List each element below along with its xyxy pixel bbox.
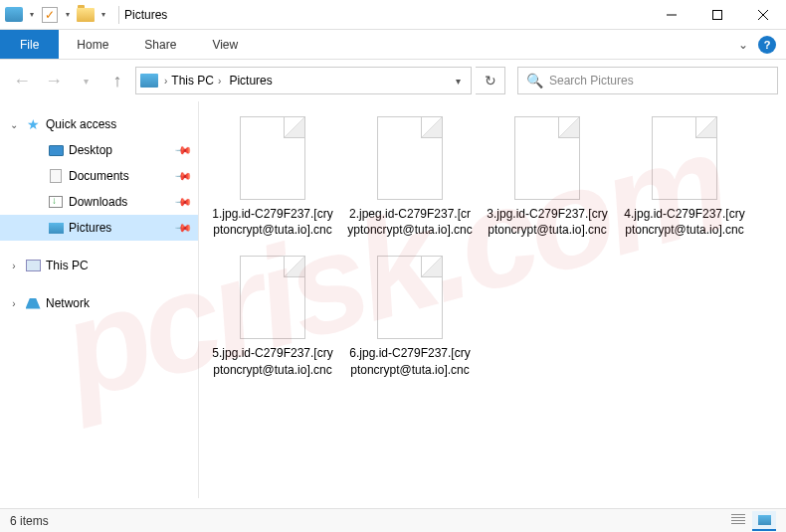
ribbon-expand-icon[interactable]: ⌄ [738,38,748,52]
details-icon [731,514,745,526]
properties-icon[interactable]: ✓ [40,5,60,25]
file-item[interactable]: 2.jpeg.id-C279F237.[cryptoncrypt@tuta.io… [346,116,474,238]
file-item[interactable]: 3.jpg.id-C279F237.[cryptoncrypt@tuta.io]… [484,116,611,238]
sidebar-item-label: Desktop [69,143,171,157]
file-icon [514,116,580,200]
chevron-right-icon[interactable]: › [8,298,20,309]
file-grid[interactable]: 1.jpg.id-C279F237.[cryptoncrypt@tuta.io]… [199,101,786,498]
quick-access-toolbar: ▾ ✓ ▾ ▾ [0,5,113,25]
chevron-right-icon[interactable]: › [218,76,221,87]
monitor-icon [48,142,64,158]
file-name: 3.jpg.id-C279F237.[cryptoncrypt@tuta.io]… [484,206,611,238]
file-icon [377,256,443,339]
file-name: 2.jpeg.id-C279F237.[cryptoncrypt@tuta.io… [346,206,474,238]
back-button[interactable]: ← [8,67,36,94]
tab-home[interactable]: Home [59,30,126,59]
pin-icon: 📌 [173,166,192,185]
thumbnails-icon [758,515,771,525]
ribbon-tabs: File Home Share View ⌄ ? [0,30,786,60]
sidebar-item-label: Pictures [69,221,171,235]
titlebar: ▾ ✓ ▾ ▾ Pictures [0,0,786,30]
chevron-right-icon[interactable]: › [8,261,20,271]
file-item[interactable]: 1.jpg.id-C279F237.[cryptoncrypt@tuta.io]… [209,116,336,238]
search-input[interactable]: 🔍 Search Pictures [517,67,778,94]
up-button[interactable]: ↑ [103,67,131,94]
pic-icon [48,220,64,236]
help-icon[interactable]: ? [758,36,776,54]
file-name: 6.jpg.id-C279F237.[cryptoncrypt@tuta.io]… [346,345,474,377]
folder-icon[interactable] [76,5,96,25]
separator [118,6,119,24]
pc-icon [25,258,41,273]
sidebar-item-label: Quick access [46,117,190,131]
file-name: 1.jpg.id-C279F237.[cryptoncrypt@tuta.io]… [209,206,336,238]
sidebar-item-label: This PC [46,259,190,272]
breadcrumb-segment[interactable]: Pictures [225,74,276,88]
search-icon: 🔍 [526,73,543,89]
details-view-button[interactable] [726,511,750,531]
tab-share[interactable]: Share [126,30,194,59]
close-button[interactable] [740,0,786,30]
breadcrumb[interactable]: › This PC› Pictures ▾ [135,67,472,94]
svg-rect-1 [713,10,722,19]
file-icon [652,116,717,200]
search-placeholder: Search Pictures [549,74,634,88]
breadcrumb-segment[interactable]: This PC› [167,74,225,88]
qat-dropdown-icon-2[interactable]: ▾ [62,10,74,19]
file-tab[interactable]: File [0,30,59,59]
navigation-pane: ⌄ ★ Quick access Desktop📌Documents📌Downl… [0,101,199,498]
file-name: 4.jpg.id-C279F237.[cryptoncrypt@tuta.io]… [621,206,748,238]
minimize-button[interactable] [649,0,694,30]
sidebar-item-documents[interactable]: Documents📌 [0,163,198,189]
pictures-location-icon [140,74,158,88]
downl-icon [48,194,64,210]
sidebar-item-label: Documents [69,169,171,183]
window-controls [649,0,786,30]
breadcrumb-label: This PC [171,74,214,88]
sidebar-item-label: Downloads [69,195,171,209]
file-item[interactable]: 6.jpg.id-C279F237.[cryptoncrypt@tuta.io]… [346,256,474,377]
sidebar-item-desktop[interactable]: Desktop📌 [0,137,198,163]
network-icon [25,295,41,311]
navigation-bar: ← → ▾ ↑ › This PC› Pictures ▾ ↻ 🔍 Search… [0,60,786,101]
item-count: 6 items [10,514,49,528]
tab-view[interactable]: View [194,30,256,59]
file-name: 5.jpg.id-C279F237.[cryptoncrypt@tuta.io]… [209,345,336,377]
file-item[interactable]: 5.jpg.id-C279F237.[cryptoncrypt@tuta.io]… [209,256,336,377]
sidebar-item-label: Network [46,296,190,310]
sidebar-item-this-pc[interactable]: › This PC [0,253,198,278]
sidebar-item-network[interactable]: › Network [0,290,198,316]
doc-icon [48,168,64,184]
forward-button[interactable]: → [40,67,68,94]
qat-customize-icon[interactable]: ▾ [98,10,109,19]
file-item[interactable]: 4.jpg.id-C279F237.[cryptoncrypt@tuta.io]… [621,116,748,238]
chevron-down-icon[interactable]: ⌄ [8,119,20,130]
folder-app-icon [4,5,24,25]
file-icon [240,256,305,339]
pin-icon: 📌 [173,192,192,211]
address-dropdown-icon[interactable]: ▾ [450,76,467,87]
breadcrumb-label: Pictures [229,74,272,88]
sidebar-item-quick-access[interactable]: ⌄ ★ Quick access [0,111,198,137]
large-icons-view-button[interactable] [752,511,776,531]
star-icon: ★ [25,116,41,132]
main-area: ⌄ ★ Quick access Desktop📌Documents📌Downl… [0,101,786,498]
recent-dropdown-icon[interactable]: ▾ [72,67,99,94]
qat-dropdown-icon[interactable]: ▾ [26,10,38,19]
pin-icon: 📌 [173,218,192,237]
file-icon [240,116,305,200]
file-icon [377,116,443,200]
status-bar: 6 items [0,508,786,532]
pin-icon: 📌 [173,140,192,159]
refresh-button[interactable]: ↻ [476,67,505,94]
window-title: Pictures [124,8,167,22]
sidebar-item-downloads[interactable]: Downloads📌 [0,189,198,215]
sidebar-item-pictures[interactable]: Pictures📌 [0,215,198,241]
maximize-button[interactable] [694,0,740,30]
